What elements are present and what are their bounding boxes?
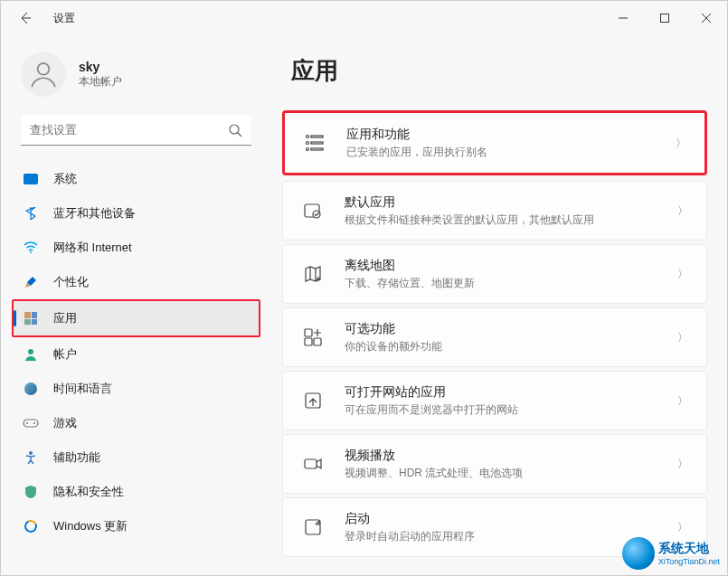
svg-point-3 [30,251,32,253]
card-optional-features[interactable]: 可选功能 你的设备的额外功能 〉 [282,307,707,367]
card-offline-maps[interactable]: 离线地图 下载、存储位置、地图更新 〉 [282,244,707,304]
sidebar: sky 本地帐户 系统 蓝牙和其他设备 网络和 Internet [1,35,271,575]
video-icon [301,452,325,476]
profile-section[interactable]: sky 本地帐户 [1,52,271,115]
gaming-icon [23,415,39,431]
default-apps-icon [301,199,325,222]
avatar [21,52,66,97]
card-video-playback[interactable]: 视频播放 视频调整、HDR 流式处理、电池选项 〉 [282,434,707,494]
apps-icon [23,310,39,326]
sidebar-item-label: 系统 [53,171,77,187]
sidebar-item-network[interactable]: 网络和 Internet [14,231,259,265]
profile-name: sky [79,60,122,74]
sidebar-item-label: 辅助功能 [53,449,100,466]
watermark: 系统天地 XiTongTianDi.net [622,537,720,570]
sidebar-item-gaming[interactable]: 游戏 [14,406,259,440]
card-subtitle: 视频调整、HDR 流式处理、电池选项 [345,466,677,481]
network-icon [23,240,39,256]
sidebar-item-label: 时间和语言 [53,381,112,397]
svg-rect-0 [661,14,669,23]
watermark-logo-icon [622,537,655,570]
card-default-apps[interactable]: 默认应用 根据文件和链接种类设置的默认应用，其他默认应用 〉 [282,181,707,241]
chevron-right-icon: 〉 [677,203,688,219]
card-title: 默认应用 [345,194,677,211]
sidebar-item-apps[interactable]: 应用 [14,301,259,335]
minimize-button[interactable] [602,4,644,33]
personalize-icon [23,274,39,290]
sidebar-item-label: 帐户 [53,346,77,363]
sidebar-item-account[interactable]: 帐户 [14,337,259,372]
sidebar-item-label: Windows 更新 [53,518,128,534]
sidebar-item-bluetooth[interactable]: 蓝牙和其他设备 [14,196,259,231]
svg-rect-5 [24,420,38,427]
card-title: 应用和功能 [346,127,676,143]
svg-rect-10 [311,136,323,137]
card-subtitle: 你的设备的额外功能 [345,339,677,354]
chevron-right-icon: 〉 [677,393,688,409]
svg-point-9 [307,136,309,138]
close-button[interactable] [685,4,727,33]
window-controls [602,4,727,33]
card-title: 离线地图 [345,258,677,274]
main-panel: 应用 应用和功能 已安装的应用，应用执行别名 〉 默认应用 根据文件和链接种类设… [271,35,727,575]
profile-subtitle: 本地帐户 [79,74,122,90]
web-apps-icon [301,389,325,412]
card-text: 视频播放 视频调整、HDR 流式处理、电池选项 [345,448,677,481]
svg-rect-12 [311,142,323,144]
sidebar-item-time[interactable]: 时间和语言 [14,372,259,406]
svg-rect-18 [305,338,312,345]
profile-text: sky 本地帐户 [79,60,122,90]
search-box[interactable] [21,115,251,146]
account-icon [23,346,39,363]
sidebar-item-accessibility[interactable]: 辅助功能 [14,440,259,475]
time-icon [23,381,39,397]
card-title: 视频播放 [345,448,677,464]
svg-point-11 [307,142,309,145]
svg-point-2 [230,125,239,134]
watermark-line1: 系统天地 [658,541,720,557]
card-text: 离线地图 下载、存储位置、地图更新 [345,258,677,291]
sidebar-item-privacy[interactable]: 隐私和安全性 [14,475,259,509]
card-subtitle: 根据文件和链接种类设置的默认应用，其他默认应用 [345,212,677,228]
sidebar-item-label: 个性化 [53,274,89,290]
sidebar-item-label: 隐私和安全性 [53,484,124,500]
sidebar-item-personalize[interactable]: 个性化 [14,265,259,299]
maximize-button[interactable] [644,4,685,33]
svg-point-13 [307,148,309,151]
chevron-right-icon: 〉 [677,330,688,345]
sidebar-item-label: 网络和 Internet [53,240,132,256]
nav-list: 系统 蓝牙和其他设备 网络和 Internet 个性化 应用 [1,162,271,543]
optional-features-icon [301,326,325,349]
person-icon [28,59,59,90]
svg-point-1 [38,63,50,75]
svg-rect-14 [311,148,323,150]
maximize-icon [660,14,669,23]
svg-point-8 [29,451,33,455]
sidebar-item-label: 游戏 [53,415,77,431]
sidebar-item-update[interactable]: Windows 更新 [14,509,259,543]
back-button[interactable] [17,10,33,26]
card-apps-features[interactable]: 应用和功能 已安装的应用，应用执行别名 〉 [285,113,704,173]
card-highlight: 应用和功能 已安装的应用，应用执行别名 〉 [282,110,707,175]
apps-features-icon [303,131,326,155]
sidebar-item-system[interactable]: 系统 [14,162,259,196]
card-subtitle: 下载、存储位置、地图更新 [345,276,677,291]
sidebar-highlight: 应用 [12,299,260,337]
chevron-right-icon: 〉 [676,136,686,151]
search-input[interactable] [30,123,228,137]
svg-point-6 [26,422,28,424]
bluetooth-icon [23,205,39,222]
card-title: 可选功能 [345,321,677,337]
svg-rect-19 [314,338,321,345]
titlebar: 设置 [1,1,727,35]
card-text: 默认应用 根据文件和链接种类设置的默认应用，其他默认应用 [345,194,677,228]
privacy-icon [23,484,39,500]
card-text: 应用和功能 已安装的应用，应用执行别名 [346,127,676,160]
card-web-apps[interactable]: 可打开网站的应用 可在应用而不是浏览器中打开的网站 〉 [282,371,707,430]
card-text: 可选功能 你的设备的额外功能 [345,321,677,354]
svg-rect-21 [305,459,317,468]
watermark-text: 系统天地 XiTongTianDi.net [658,541,720,566]
titlebar-left: 设置 [17,10,75,26]
svg-rect-17 [305,329,312,336]
chevron-right-icon: 〉 [677,520,688,535]
